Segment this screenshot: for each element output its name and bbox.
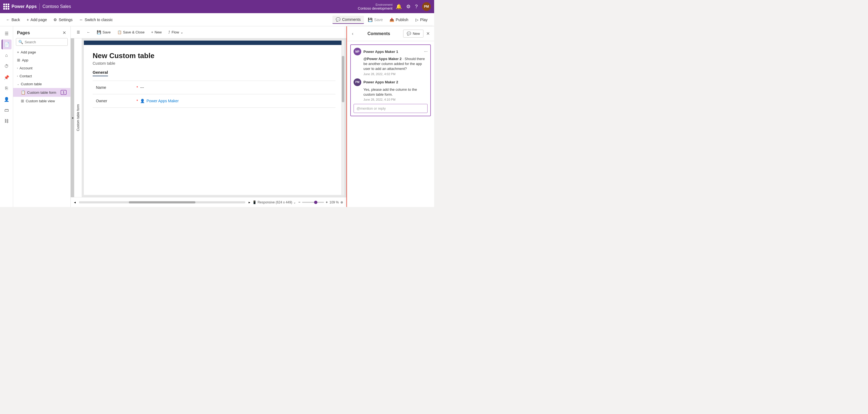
copy-icon[interactable]: ⎘ <box>2 83 11 93</box>
scroll-left-arrow[interactable]: ◂ <box>71 38 74 197</box>
hamburger-icon[interactable]: ☰ <box>2 29 11 38</box>
settings-label: Settings <box>59 18 73 22</box>
pages-icon[interactable]: 📄 <box>2 39 11 49</box>
back-button[interactable]: ← Back <box>3 16 23 24</box>
top-nav-icons: 🔔 ⚙ ? PM <box>396 2 431 11</box>
vertical-tab-label: Custom table form <box>75 102 81 133</box>
back-label: Back <box>11 18 20 22</box>
scroll-right-bottom[interactable]: ▸ <box>249 200 250 204</box>
add-page-button[interactable]: + Add page <box>24 16 50 24</box>
app-icon: ⊞ <box>17 58 20 62</box>
home-icon[interactable]: ⌂ <box>2 51 11 60</box>
new-comment-icon: 💬 <box>407 32 411 36</box>
app-subtitle: Contoso Sales <box>42 4 71 9</box>
reply-input[interactable]: @mention or reply <box>353 104 428 113</box>
search-icon: 🔍 <box>18 40 23 44</box>
person-icon[interactable]: 👤 <box>2 94 11 104</box>
comment-more-button[interactable]: ··· <box>424 49 428 54</box>
search-box[interactable]: 🔍 <box>16 38 68 46</box>
drag-handle[interactable]: ☰ <box>74 29 83 36</box>
chevron-right-icon-2: › <box>17 75 18 78</box>
sidebar-label-custom-table-form: Custom table form <box>27 90 56 95</box>
comment-time-1: June 28, 2022, 4:02 PM <box>364 72 428 76</box>
sidebar-item-custom-table-view[interactable]: ⊞ Custom table view <box>13 97 70 105</box>
publish-label: Publish <box>396 18 408 22</box>
canvas-new-button[interactable]: + New <box>148 29 164 36</box>
zoom-minus[interactable]: − <box>298 200 300 204</box>
form-subtitle: Custom table <box>93 61 336 65</box>
sidebar-item-contact[interactable]: › Contact <box>13 72 70 80</box>
field-required-name: * <box>136 85 138 90</box>
add-page-label: Add page <box>30 18 47 22</box>
bottom-bar: ◂ ▸ 📱 Responsive (624 x 449) ⌄ − + 109 %… <box>71 197 346 207</box>
avatar[interactable]: PM <box>422 2 431 11</box>
zoom-plus[interactable]: + <box>326 200 328 204</box>
flow-dropdown-icon: ⌄ <box>180 30 183 34</box>
switch-classic-button[interactable]: ↔ Switch to classic <box>76 16 116 24</box>
notification-icon[interactable]: 🔔 <box>396 4 402 9</box>
settings-button[interactable]: ⚙ Settings <box>51 16 75 24</box>
form-area: New Custom table Custom table General Na… <box>84 45 344 114</box>
canvas-back-button[interactable]: ← <box>84 29 93 36</box>
form-fields: Name * --- Owner * 👤 Power Apps Maker <box>93 81 336 108</box>
save-button[interactable]: 💾 Save <box>365 16 385 24</box>
history-icon[interactable]: ⏱ <box>2 61 11 71</box>
comments-header: ‹ Comments 💬 New ✕ <box>347 26 434 41</box>
environment-block: Environment Contoso development <box>358 3 393 10</box>
canvas-save-close-button[interactable]: 📋 Save & Close <box>115 29 148 36</box>
comment-thread: MP Power Apps Maker 1 ··· @Power Apps Ma… <box>350 45 431 116</box>
network-icon[interactable]: ⛓ <box>2 116 11 126</box>
avatar-maker1: MP <box>353 48 361 55</box>
top-navigation: Power Apps Contoso Sales Environment Con… <box>0 0 434 13</box>
form-icon: 📋 <box>21 90 26 95</box>
sidebar-item-account[interactable]: › Account <box>13 64 70 72</box>
scroll-left-bottom[interactable]: ◂ <box>74 200 75 204</box>
add-page-sidebar-button[interactable]: + Add page <box>13 49 70 56</box>
field-required-owner: * <box>136 99 138 103</box>
play-button[interactable]: ▷ Play <box>412 16 431 24</box>
sidebar-label-custom-table: Custom table <box>21 82 42 86</box>
pages-panel: Pages ✕ 🔍 + Add page ⊞ App › Account › C… <box>13 26 71 207</box>
field-value-owner[interactable]: 👤 Power Apps Maker <box>140 99 179 103</box>
comment-badge: 1 <box>61 90 67 95</box>
responsive-icon: 📱 <box>252 200 256 204</box>
field-value-name[interactable]: --- <box>140 85 144 90</box>
search-input[interactable] <box>25 40 71 44</box>
comments-button[interactable]: 💬 Comments <box>333 16 364 24</box>
comment-text-2: Yes, please add the column to the custom… <box>364 87 428 97</box>
sidebar-item-app[interactable]: ⊞ App <box>13 56 70 64</box>
apps-grid-icon[interactable] <box>3 4 9 9</box>
target-icon: ⊕ <box>340 200 343 204</box>
canvas-top-bar <box>84 40 344 45</box>
table-icon[interactable]: 🗃 <box>2 105 11 115</box>
pin-icon[interactable]: 📌 <box>2 72 11 82</box>
pages-header: Pages ✕ <box>13 26 70 38</box>
settings-icon[interactable]: ⚙ <box>406 4 410 9</box>
zoom-value: 109 % <box>330 200 339 204</box>
zoom-track[interactable] <box>302 202 324 203</box>
app-title: Power Apps <box>11 4 37 9</box>
vertical-tab[interactable]: Custom table form <box>74 38 82 197</box>
form-field-name: Name * --- <box>93 81 336 94</box>
canvas-save-button[interactable]: 💾 Save <box>94 29 114 36</box>
publish-icon: 📤 <box>390 18 394 22</box>
horizontal-scrollbar[interactable] <box>79 201 245 203</box>
sidebar-item-custom-table[interactable]: ⌄ Custom table <box>13 80 70 88</box>
responsive-label[interactable]: 📱 Responsive (624 x 449) ⌄ <box>252 200 296 204</box>
sidebar-label-contact: Contact <box>20 74 32 78</box>
comments-header-actions: 💬 New ✕ <box>403 30 430 37</box>
help-icon[interactable]: ? <box>415 4 418 9</box>
close-comments-button[interactable]: ✕ <box>426 30 430 37</box>
add-icon: + <box>17 50 19 54</box>
new-comment-button[interactable]: 💬 New <box>403 30 424 37</box>
publish-button[interactable]: 📤 Publish <box>387 16 411 24</box>
form-tab[interactable]: General <box>93 70 108 76</box>
canvas-content: ◂ Custom table form New Custom table Cus… <box>71 38 346 197</box>
close-pages-button[interactable]: ✕ <box>62 30 67 36</box>
view-icon: ⊞ <box>21 99 24 103</box>
mention-1: @Power Apps Maker 2 <box>364 57 402 61</box>
sidebar-item-custom-table-form[interactable]: 📋 Custom table form 1 <box>13 88 70 97</box>
vertical-scrollbar[interactable] <box>341 40 344 195</box>
canvas-flow-button[interactable]: ⤴ Flow ⌄ <box>165 29 186 36</box>
collapse-comments-button[interactable]: ‹ <box>351 30 354 37</box>
